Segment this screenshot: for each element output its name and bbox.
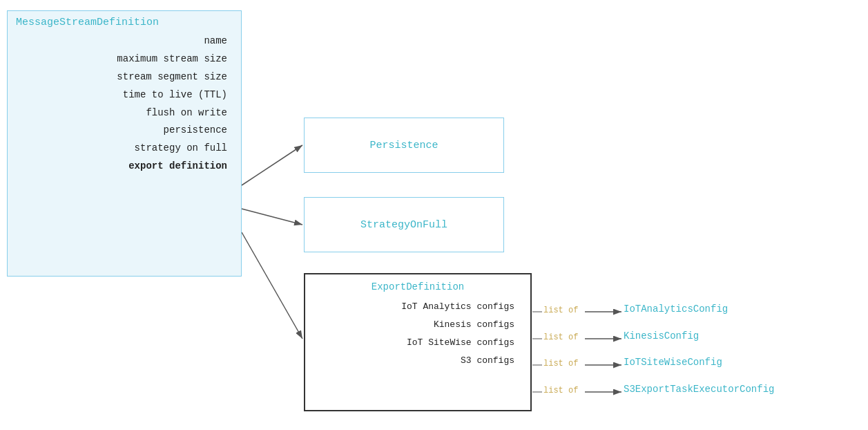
list-of-4: list of: [543, 386, 578, 395]
export-field-sitewise: IoT SiteWise configs: [407, 334, 514, 352]
list-of-2: list of: [543, 333, 578, 342]
type-kinesis: KinesisConfig: [624, 330, 699, 342]
field-name: name: [204, 32, 227, 50]
type-iot-analytics: IoTAnalyticsConfig: [624, 303, 728, 315]
field-strategy-on-full: strategy on full: [135, 140, 227, 158]
persistence-box-title: Persistence: [369, 140, 438, 151]
field-export-definition: export definition: [128, 158, 227, 176]
main-box-fields: name maximum stream size stream segment …: [16, 32, 233, 176]
export-field-iot-analytics: IoT Analytics configs: [401, 298, 514, 316]
list-of-1: list of: [543, 306, 578, 315]
field-stream-segment-size: stream segment size: [117, 68, 227, 86]
svg-line-1: [242, 209, 302, 225]
field-ttl: time to live (TTL): [123, 86, 227, 104]
export-box-title: ExportDefinition: [316, 281, 520, 292]
persistence-box: Persistence: [304, 118, 504, 173]
list-of-3: list of: [543, 359, 578, 368]
svg-line-2: [242, 232, 302, 339]
type-sitewise: IoTSiteWiseConfig: [624, 357, 722, 368]
field-max-stream-size: maximum stream size: [117, 50, 227, 68]
svg-line-0: [242, 145, 302, 185]
diagram-container: MessageStreamDefinition name maximum str…: [0, 0, 868, 430]
field-persistence: persistence: [164, 122, 227, 140]
export-field-kinesis: Kinesis configs: [434, 316, 514, 334]
strategy-box-title: StrategyOnFull: [360, 219, 447, 231]
strategy-box: StrategyOnFull: [304, 197, 504, 252]
field-flush-on-write: flush on write: [146, 104, 227, 122]
main-box: MessageStreamDefinition name maximum str…: [7, 10, 242, 277]
main-box-title: MessageStreamDefinition: [16, 17, 233, 28]
export-box: ExportDefinition IoT Analytics configs K…: [304, 273, 532, 411]
type-s3: S3ExportTaskExecutorConfig: [624, 384, 774, 395]
export-box-fields: IoT Analytics configs Kinesis configs Io…: [316, 298, 520, 370]
export-field-s3: S3 configs: [461, 352, 514, 370]
